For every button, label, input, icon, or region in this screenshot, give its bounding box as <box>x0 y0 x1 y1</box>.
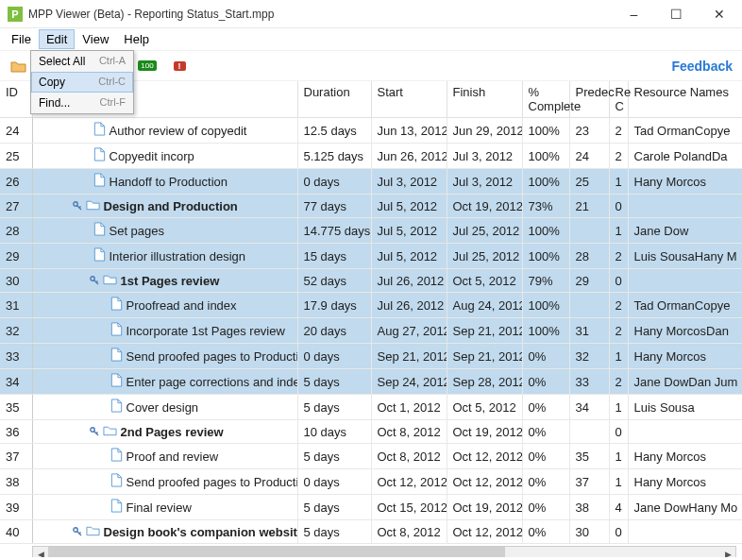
cell-duration[interactable]: 14.775 days <box>297 218 371 244</box>
cell-name[interactable]: Send proofed pages to Production <box>32 344 297 369</box>
cell-pct[interactable]: 100% <box>522 144 569 169</box>
cell-pct[interactable]: 0% <box>522 344 569 369</box>
cell-id[interactable]: 36 <box>0 420 32 444</box>
cell-duration[interactable]: 0 days <box>297 469 371 495</box>
cell-res[interactable]: Hany Morcos <box>628 469 742 495</box>
task-table[interactable]: ID Name Duration Start Finish % Complete… <box>0 81 742 544</box>
cell-res[interactable] <box>628 420 742 444</box>
cell-duration[interactable]: 5 days <box>297 444 371 469</box>
cell-duration[interactable]: 10 days <box>297 420 371 444</box>
cell-pct[interactable]: 0% <box>522 420 569 444</box>
cell-res[interactable] <box>628 269 742 293</box>
cell-start[interactable]: Jul 26, 2012 <box>371 293 447 318</box>
cell-start[interactable]: Oct 8, 2012 <box>371 420 447 444</box>
badge-100-icon[interactable]: 100 <box>138 57 157 76</box>
cell-rc[interactable]: 0 <box>609 520 628 544</box>
cell-name[interactable]: Set pages <box>32 218 297 244</box>
cell-pct[interactable]: 73% <box>522 195 569 218</box>
menu-view[interactable]: View <box>75 29 116 49</box>
cell-name[interactable]: Final review <box>32 495 297 520</box>
cell-finish[interactable]: Jul 3, 2012 <box>447 144 522 169</box>
cell-rc[interactable]: 0 <box>609 269 628 293</box>
cell-pred[interactable]: 29 <box>569 269 609 293</box>
cell-rc[interactable]: 1 <box>609 344 628 369</box>
cell-rc[interactable]: 0 <box>609 195 628 218</box>
cell-name[interactable]: 1st Pages review <box>32 269 297 293</box>
horizontal-scrollbar[interactable]: ◀ ▶ <box>32 546 736 557</box>
cell-rc[interactable]: 0 <box>609 420 628 444</box>
cell-pred[interactable]: 37 <box>569 469 609 495</box>
cell-pct[interactable]: 0% <box>522 395 569 420</box>
table-row[interactable]: 301st Pages review52 daysJul 26, 2012Oct… <box>0 269 742 293</box>
cell-start[interactable]: Sep 24, 2012 <box>371 369 447 395</box>
cell-name[interactable]: Enter page corrections and index <box>32 369 297 395</box>
cell-pct[interactable]: 100% <box>522 218 569 244</box>
cell-start[interactable]: Jul 5, 2012 <box>371 244 447 269</box>
cell-rc[interactable]: 4 <box>609 495 628 520</box>
table-row[interactable]: 38Send proofed pages to Production0 days… <box>0 469 742 495</box>
cell-finish[interactable]: Oct 12, 2012 <box>447 444 522 469</box>
cell-duration[interactable]: 52 days <box>297 269 371 293</box>
cell-name[interactable]: Proof and review <box>32 444 297 469</box>
menu-copy[interactable]: Copy Ctrl-C <box>31 72 133 93</box>
cell-pred[interactable]: 35 <box>569 444 609 469</box>
cell-duration[interactable]: 0 days <box>297 344 371 369</box>
cell-res[interactable]: Tad OrmanCopye <box>628 118 742 144</box>
table-row[interactable]: 24Author review of copyedit12.5 daysJun … <box>0 118 742 144</box>
table-row[interactable]: 39Final review5 daysOct 15, 2012Oct 19, … <box>0 495 742 520</box>
cell-finish[interactable]: Oct 12, 2012 <box>447 469 522 495</box>
table-row[interactable]: 27Design and Production77 daysJul 5, 201… <box>0 195 742 218</box>
table-row[interactable]: 362nd Pages review10 daysOct 8, 2012Oct … <box>0 420 742 444</box>
cell-pct[interactable]: 100% <box>522 293 569 318</box>
cell-res[interactable]: Hany Morcos <box>628 169 742 195</box>
cell-finish[interactable]: Jun 29, 2012 <box>447 118 522 144</box>
cell-res[interactable]: Hany Morcos <box>628 344 742 369</box>
cell-pred[interactable]: 32 <box>569 344 609 369</box>
table-row[interactable]: 32Incorporate 1st Pages review20 daysAug… <box>0 318 742 344</box>
scroll-thumb[interactable] <box>48 547 505 557</box>
cell-res[interactable]: Hany Morcos <box>628 444 742 469</box>
cell-rc[interactable]: 1 <box>609 444 628 469</box>
cell-res[interactable]: Luis Sousa <box>628 395 742 420</box>
table-row[interactable]: 28Set pages14.775 daysJul 5, 2012Jul 25,… <box>0 218 742 244</box>
cell-pred[interactable]: 30 <box>569 520 609 544</box>
cell-duration[interactable]: 5 days <box>297 369 371 395</box>
feedback-link[interactable]: Feedback <box>671 59 733 74</box>
cell-name[interactable]: Proofread and index <box>32 293 297 318</box>
cell-start[interactable]: Oct 12, 2012 <box>371 469 447 495</box>
cell-duration[interactable]: 77 days <box>297 195 371 218</box>
cell-finish[interactable]: Oct 12, 2012 <box>447 520 522 544</box>
cell-finish[interactable]: Oct 19, 2012 <box>447 420 522 444</box>
cell-id[interactable]: 27 <box>0 195 32 218</box>
cell-finish[interactable]: Jul 25, 2012 <box>447 218 522 244</box>
cell-duration[interactable]: 5.125 days <box>297 144 371 169</box>
cell-pred[interactable]: 21 <box>569 195 609 218</box>
cell-pct[interactable]: 100% <box>522 318 569 344</box>
cell-name[interactable]: Copyedit incorp <box>32 144 297 169</box>
cell-start[interactable]: Jul 3, 2012 <box>371 169 447 195</box>
cell-id[interactable]: 38 <box>0 469 32 495</box>
cell-name[interactable]: Design book's companion website <box>32 520 297 544</box>
cell-name[interactable]: Interior illustration design <box>32 244 297 269</box>
cell-pred[interactable] <box>569 293 609 318</box>
cell-res[interactable] <box>628 520 742 544</box>
col-pct[interactable]: % Complete <box>522 81 569 118</box>
cell-rc[interactable]: 2 <box>609 293 628 318</box>
cell-rc[interactable]: 2 <box>609 118 628 144</box>
cell-pred[interactable]: 24 <box>569 144 609 169</box>
cell-rc[interactable]: 1 <box>609 469 628 495</box>
cell-rc[interactable]: 2 <box>609 318 628 344</box>
menu-edit[interactable]: Edit <box>39 29 75 49</box>
cell-start[interactable]: Sep 21, 2012 <box>371 344 447 369</box>
cell-res[interactable]: Jane DowDan Jum <box>628 369 742 395</box>
cell-id[interactable]: 32 <box>0 318 32 344</box>
cell-duration[interactable]: 17.9 days <box>297 293 371 318</box>
menu-file[interactable]: File <box>4 29 39 49</box>
cell-finish[interactable]: Sep 21, 2012 <box>447 318 522 344</box>
cell-id[interactable]: 39 <box>0 495 32 520</box>
cell-rc[interactable]: 2 <box>609 369 628 395</box>
cell-pred[interactable] <box>569 218 609 244</box>
col-duration[interactable]: Duration <box>297 81 371 118</box>
cell-name[interactable]: Handoff to Production <box>32 169 297 195</box>
cell-finish[interactable]: Oct 19, 2012 <box>447 495 522 520</box>
